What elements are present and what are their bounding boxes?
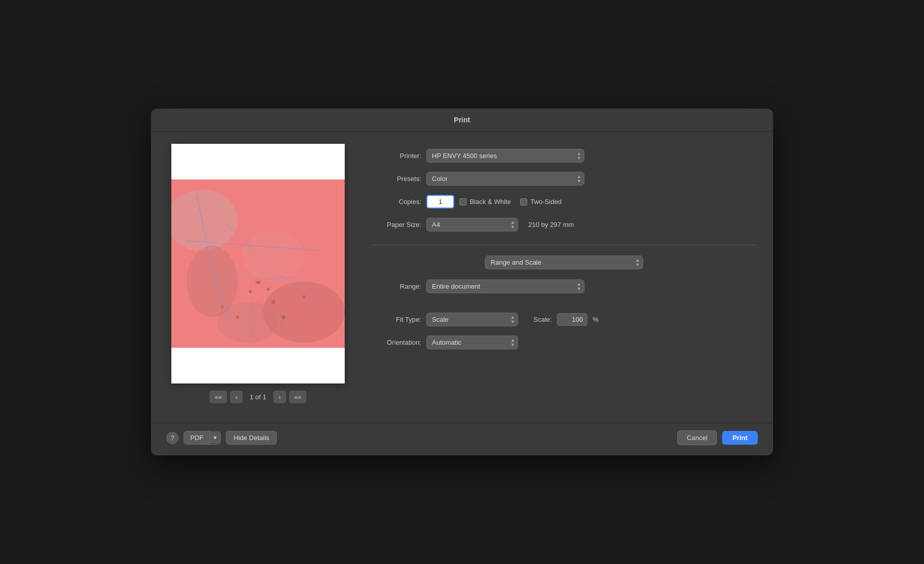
svg-point-18: [236, 316, 239, 319]
cancel-button[interactable]: Cancel: [677, 430, 717, 445]
copies-input[interactable]: [426, 195, 454, 209]
paper-size-select-wrapper: A4 ▲▼: [426, 218, 518, 232]
presets-label: Presets:: [370, 175, 421, 183]
orientation-select[interactable]: Automatic: [426, 336, 518, 349]
pagination-controls: «« ‹ 1 of 1 › »»: [210, 391, 306, 403]
black-white-label[interactable]: Black & White: [459, 198, 511, 206]
dialog-title: Print: [454, 116, 470, 124]
scale-input[interactable]: [557, 313, 587, 326]
section-select-row: Range and Scale ▲▼: [370, 255, 758, 269]
preview-map-area: [171, 180, 345, 348]
paper-size-select[interactable]: A4: [426, 218, 518, 232]
map-svg: [171, 180, 345, 348]
scale-unit: %: [593, 316, 599, 323]
fit-type-label: Fit Type:: [370, 316, 421, 323]
svg-point-19: [281, 315, 286, 319]
first-page-button[interactable]: ««: [210, 391, 227, 403]
fit-type-row: Fit Type: Scale ▲▼ Scale: %: [370, 313, 758, 326]
prev-page-button[interactable]: ‹: [230, 391, 242, 403]
section-select-wrapper: Range and Scale ▲▼: [485, 255, 643, 269]
help-button[interactable]: ?: [166, 432, 178, 444]
paper-size-row: Paper Size: A4 ▲▼ 210 by 297 mm: [370, 218, 758, 232]
hide-details-button[interactable]: Hide Details: [226, 431, 277, 445]
fit-type-select-wrapper: Scale ▲▼: [426, 313, 518, 326]
svg-point-21: [221, 305, 224, 309]
two-sided-checkbox[interactable]: [520, 198, 527, 206]
printer-select[interactable]: HP ENVY 4500 series: [426, 149, 584, 163]
section-divider: [370, 245, 758, 245]
page-preview: [171, 144, 345, 383]
preview-panel: «« ‹ 1 of 1 › »»: [166, 144, 350, 413]
paper-size-dimensions: 210 by 297 mm: [528, 221, 574, 228]
presets-row: Presets: Color ▲▼: [370, 172, 758, 186]
spacer: [370, 302, 758, 313]
dialog-footer: ? PDF ▾ Hide Details Cancel Print: [151, 423, 773, 455]
black-white-checkbox[interactable]: [459, 198, 467, 206]
preview-bottom-margin: [171, 348, 345, 383]
last-page-button[interactable]: »»: [289, 391, 306, 403]
two-sided-label[interactable]: Two-Sided: [520, 198, 561, 206]
orientation-select-wrapper: Automatic ▲▼: [426, 336, 518, 349]
page-info: 1 of 1: [250, 393, 267, 401]
range-select[interactable]: Entire document: [426, 279, 584, 293]
svg-point-3: [243, 230, 304, 281]
copies-label: Copies:: [370, 198, 421, 206]
copies-options: Black & White Two-Sided: [459, 198, 561, 206]
fit-type-select[interactable]: Scale: [426, 313, 518, 326]
section-select[interactable]: Range and Scale: [485, 255, 643, 269]
orientation-label: Orientation:: [370, 339, 421, 346]
dialog-body: «« ‹ 1 of 1 › »» Printer: HP ENVY 4500 s…: [151, 132, 773, 423]
svg-point-4: [263, 281, 345, 343]
svg-point-15: [267, 288, 270, 291]
presets-select[interactable]: Color: [426, 172, 584, 186]
pdf-button[interactable]: PDF: [184, 431, 210, 444]
svg-point-20: [302, 295, 305, 298]
range-select-wrapper: Entire document ▲▼: [426, 279, 584, 293]
print-button[interactable]: Print: [722, 431, 758, 445]
svg-rect-22: [247, 277, 267, 281]
preview-top-margin: [171, 144, 345, 180]
presets-select-wrapper: Color ▲▼: [426, 172, 584, 186]
printer-select-wrapper: HP ENVY 4500 series ▲▼: [426, 149, 584, 163]
orientation-row: Orientation: Automatic ▲▼: [370, 336, 758, 349]
dialog-title-bar: Print: [151, 109, 773, 132]
svg-point-16: [249, 290, 252, 293]
range-row: Range: Entire document ▲▼: [370, 279, 758, 293]
svg-point-17: [271, 300, 275, 304]
range-label: Range:: [370, 283, 421, 290]
pdf-arrow-button[interactable]: ▾: [210, 432, 220, 444]
printer-label: Printer:: [370, 152, 421, 160]
paper-size-label: Paper Size:: [370, 221, 421, 228]
print-dialog: Print: [151, 109, 773, 455]
pdf-group: PDF ▾: [184, 431, 221, 445]
next-page-button[interactable]: ›: [273, 391, 286, 403]
printer-row: Printer: HP ENVY 4500 series ▲▼: [370, 149, 758, 163]
copies-row: Copies: Black & White Two-Sided: [370, 195, 758, 209]
settings-panel: Printer: HP ENVY 4500 series ▲▼ Presets:…: [370, 144, 758, 413]
scale-label: Scale:: [533, 316, 552, 323]
